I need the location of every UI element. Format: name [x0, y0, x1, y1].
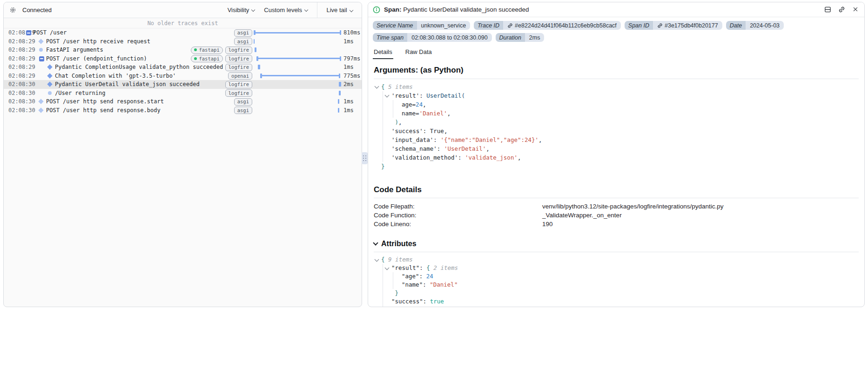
trace-row[interactable]: 02:08:29POST /userasgi810ms	[4, 28, 362, 37]
timeline	[254, 72, 341, 81]
trace-timestamp: 02:08:30	[8, 98, 35, 105]
span-title: Span: Pydantic UserDetail validate_json …	[384, 6, 529, 13]
tab-details[interactable]: Details	[373, 47, 393, 59]
badge-label: Service Name	[373, 21, 417, 30]
arguments-heading: Arguments: (as Python)	[374, 66, 859, 75]
duration-tick	[255, 47, 256, 52]
collapse-toggle-icon[interactable]	[39, 56, 44, 61]
badge-value: #3e175db4f0b20177	[653, 21, 722, 30]
span-diamond-icon	[38, 107, 43, 113]
detail-value: _ValidateWrapper._on_enter	[542, 211, 622, 220]
collapse-toggle-icon[interactable]	[26, 30, 31, 35]
attributes-code-block: { 9 items"result": { 2 items"age": 24"na…	[374, 252, 859, 307]
badge-value: 02:08:30.088 to 02:08:30.090	[407, 33, 491, 42]
span-diamond-icon	[38, 99, 43, 104]
timeline	[254, 28, 341, 37]
trace-row[interactable]: 02:08:29Pydantic CompletionUsage validat…	[4, 63, 362, 72]
code-line: ),	[375, 118, 859, 127]
trace-row[interactable]: 02:08:30POST /user http send response.bo…	[4, 106, 362, 115]
timeline	[254, 106, 341, 115]
link-icon[interactable]	[657, 23, 663, 28]
scope-badges: openai	[228, 72, 252, 80]
code-line: "success": true	[375, 297, 859, 306]
span-diamond-icon	[38, 39, 43, 44]
detail-value: 190	[542, 220, 553, 228]
scope-badges: logfire	[225, 81, 252, 88]
timeline	[254, 80, 341, 89]
tab-raw-data[interactable]: Raw Data	[404, 47, 433, 59]
scope-badge: logfire	[225, 89, 252, 97]
code-line: "name": "Daniel"	[375, 281, 859, 289]
trace-timestamp: 02:08:30	[8, 81, 35, 87]
trace-row[interactable]: 02:08:29POST /user (endpoint_function)fa…	[4, 54, 362, 63]
trace-duration: 2ms	[343, 81, 354, 87]
no-older-traces-notice: No older traces exist	[4, 18, 362, 28]
custom-levels-dropdown[interactable]: Custom levels	[264, 7, 308, 13]
code-details-heading: Code Details	[374, 185, 859, 198]
code-line: 'success': True,	[375, 127, 859, 135]
trace-duration: 797ms	[343, 55, 360, 62]
meta-badge: Trace ID#e8224d24d41f064b112c6eb9cb58cac…	[474, 21, 621, 30]
live-tail-dropdown[interactable]: Live tail	[317, 2, 362, 18]
trace-label: Pydantic UserDetail validate_json succee…	[55, 81, 200, 87]
collapse-caret-icon[interactable]	[385, 265, 390, 270]
toggle-layout-icon[interactable]	[824, 6, 831, 13]
trace-timestamp: 02:08:29	[8, 29, 35, 36]
chevron-down-icon	[251, 8, 255, 12]
meta-badge: Date2024-05-03	[726, 21, 784, 30]
badge-label: Span ID	[625, 21, 653, 30]
scope-badges: fastapilogfire	[191, 47, 252, 54]
panel-resize-handle[interactable]	[362, 152, 368, 164]
trace-row[interactable]: 02:08:30Pydantic UserDetail validate_jso…	[4, 80, 362, 89]
scope-badge: fastapi	[191, 47, 222, 54]
close-icon[interactable]	[852, 6, 859, 13]
duration-tick	[339, 91, 341, 95]
trace-list-toolbar: Connected Visibility Custom levels Live …	[4, 2, 362, 18]
collapse-caret-icon[interactable]	[375, 84, 379, 88]
collapse-caret-icon[interactable]	[385, 93, 390, 97]
trace-duration: 1ms	[343, 107, 354, 114]
code-detail-row: Code Function:_ValidateWrapper._on_enter	[374, 211, 859, 220]
span-detail-header: Span: Pydantic UserDetail validate_json …	[368, 2, 864, 17]
scope-badges: logfire	[225, 89, 252, 97]
meta-badge: Duration2ms	[496, 33, 545, 42]
badge-label: Duration	[496, 33, 525, 42]
trace-duration: 810ms	[343, 29, 360, 36]
code-line: 'validation_method': 'validate_json',	[375, 153, 859, 162]
detail-tabs: DetailsRaw Data	[368, 44, 864, 59]
scope-badges: asgi	[234, 38, 252, 45]
scope-badge: asgi	[234, 107, 252, 114]
settings-gear-icon[interactable]	[9, 7, 16, 13]
copy-link-icon[interactable]	[838, 6, 845, 13]
code-line: }	[375, 289, 859, 297]
trace-row[interactable]: 02:08:30/User returninglogfire	[4, 89, 362, 98]
trace-timestamp: 02:08:30	[8, 90, 35, 96]
trace-row[interactable]: 02:08:30POST /user http send response.st…	[4, 97, 362, 106]
trace-row[interactable]: 02:08:29FastAPI argumentsfastapilogfire	[4, 46, 362, 54]
trace-timestamp: 02:08:30	[8, 107, 35, 114]
badge-label: Time span	[373, 33, 407, 42]
trace-label: Chat Completion with 'gpt-3.5-turbo'	[55, 73, 176, 79]
trace-row[interactable]: 02:08:29Chat Completion with 'gpt-3.5-tu…	[4, 72, 362, 81]
chevron-down-icon[interactable]	[373, 240, 378, 245]
timeline	[254, 37, 341, 46]
trace-label: FastAPI arguments	[46, 47, 103, 53]
connection-status: Connected	[22, 7, 52, 13]
code-line: "age": 24	[375, 272, 859, 281]
span-detail-panel: Span: Pydantic UserDetail validate_json …	[368, 2, 865, 307]
badge-value: unknown_service	[417, 21, 471, 30]
trace-label: Pydantic CompletionUsage validate_python…	[55, 64, 223, 70]
trace-row[interactable]: 02:08:29POST /user http receive requesta…	[4, 37, 362, 46]
trace-label: POST /user http receive request	[46, 38, 150, 45]
scope-badge: fastapi	[191, 55, 222, 62]
scope-badge: asgi	[234, 38, 252, 45]
trace-duration: 1ms	[343, 38, 354, 45]
duration-tick	[254, 39, 255, 44]
log-circle-icon	[48, 91, 52, 95]
trace-label: /User returning	[55, 90, 105, 96]
scope-badges: asgi	[234, 107, 252, 114]
visibility-dropdown[interactable]: Visibility	[228, 7, 255, 13]
link-icon[interactable]	[507, 23, 513, 28]
collapse-caret-icon[interactable]	[375, 257, 379, 262]
timeline	[254, 97, 341, 106]
